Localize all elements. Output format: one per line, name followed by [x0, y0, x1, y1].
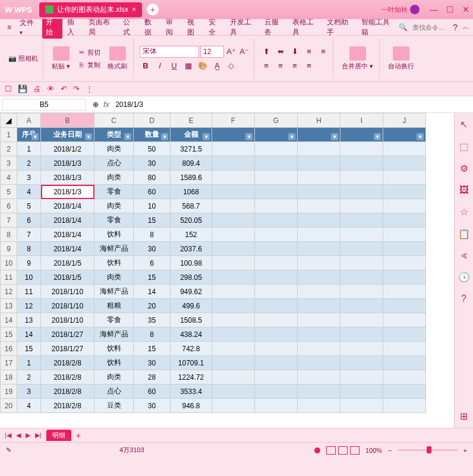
- cell-type[interactable]: 点心: [94, 384, 134, 399]
- sheet-nav-next-icon[interactable]: ▶: [26, 431, 30, 439]
- zoom-in-icon[interactable]: +: [463, 447, 467, 454]
- cell-type[interactable]: 肉类: [94, 270, 134, 285]
- cell-date[interactable]: 2018/1/3: [41, 171, 94, 185]
- menu-table-tools[interactable]: 表格工具: [289, 16, 322, 39]
- cell[interactable]: [212, 384, 255, 399]
- cell-qty[interactable]: 30: [134, 356, 171, 370]
- cell[interactable]: [255, 228, 298, 242]
- row-head[interactable]: 2: [1, 142, 17, 156]
- cell-date[interactable]: 2018/1/3: [41, 156, 94, 171]
- menu-dev[interactable]: 开发工具: [226, 16, 260, 39]
- cell-qty[interactable]: 60: [134, 384, 171, 399]
- cell-amount[interactable]: 520.05: [171, 213, 212, 228]
- cell-amount[interactable]: 946.8: [171, 399, 212, 413]
- cell[interactable]: [340, 370, 383, 384]
- cell-qty[interactable]: 30: [134, 156, 171, 171]
- cell-qty[interactable]: 80: [134, 171, 171, 185]
- cell-qty[interactable]: 35: [134, 313, 171, 327]
- cell-date[interactable]: 2018/1/10: [41, 313, 94, 327]
- cell-qty[interactable]: 14: [134, 285, 171, 299]
- row-head[interactable]: 18: [1, 370, 17, 384]
- auto-wrap-button[interactable]: 自动换行: [386, 44, 417, 73]
- cell-type[interactable]: 饮料: [94, 342, 134, 356]
- status-mode-icon[interactable]: ✎: [6, 446, 11, 454]
- row-head[interactable]: 17: [1, 356, 17, 370]
- search-input[interactable]: [412, 24, 448, 31]
- cell-date[interactable]: 2018/1/27: [41, 342, 94, 356]
- fill-color-icon[interactable]: 🎨: [197, 60, 209, 72]
- cell-amount[interactable]: 3533.4: [171, 384, 212, 399]
- cell-date[interactable]: 2018/1/2: [41, 142, 94, 156]
- cell[interactable]: [212, 299, 255, 313]
- format-painter-button[interactable]: 格式刷: [105, 44, 130, 73]
- row-head[interactable]: 6: [1, 199, 17, 213]
- cell[interactable]: [212, 199, 255, 213]
- cell-date[interactable]: 2018/1/4: [41, 242, 94, 256]
- select-all-corner[interactable]: ◢: [1, 114, 17, 128]
- row-head[interactable]: 8: [1, 228, 17, 242]
- cell[interactable]: [383, 228, 426, 242]
- cell[interactable]: [298, 270, 340, 285]
- cell[interactable]: [212, 313, 255, 327]
- cell[interactable]: [383, 399, 426, 413]
- cell[interactable]: [298, 142, 340, 156]
- cell[interactable]: [255, 299, 298, 313]
- fx-icon[interactable]: fx: [103, 100, 109, 109]
- cell[interactable]: [383, 327, 426, 342]
- menu-cloud[interactable]: 云服务: [261, 16, 288, 39]
- cell-type[interactable]: 点心: [94, 156, 134, 171]
- align-top-icon[interactable]: ⬆: [260, 46, 272, 58]
- cell[interactable]: [383, 185, 426, 199]
- cell[interactable]: [383, 213, 426, 228]
- row-head[interactable]: 3: [1, 156, 17, 171]
- cell[interactable]: [255, 370, 298, 384]
- copy-button[interactable]: ⎘复制: [76, 59, 102, 71]
- row-head[interactable]: 5: [1, 185, 17, 199]
- cell-type[interactable]: 零食: [94, 313, 134, 327]
- qa-print-icon[interactable]: 🖨: [33, 84, 41, 93]
- view-page-icon[interactable]: [338, 446, 348, 455]
- cell[interactable]: [383, 313, 426, 327]
- cell[interactable]: [298, 384, 340, 399]
- merge-center-button[interactable]: 合并居中 ▾: [339, 44, 376, 73]
- cell-seq[interactable]: 9: [17, 256, 41, 270]
- cell[interactable]: [298, 370, 340, 384]
- cell-qty[interactable]: 15: [134, 213, 171, 228]
- qa-redo-icon[interactable]: ↷: [73, 84, 80, 93]
- cell[interactable]: [255, 356, 298, 370]
- cell-date[interactable]: 2018/1/4: [41, 213, 94, 228]
- paste-button[interactable]: 粘贴 ▾: [49, 44, 72, 73]
- cell-type[interactable]: 豆类: [94, 399, 134, 413]
- row-head[interactable]: 1: [1, 128, 17, 142]
- cell[interactable]: [298, 228, 340, 242]
- cell[interactable]: [340, 199, 383, 213]
- row-head[interactable]: 15: [1, 327, 17, 342]
- sheet-nav-first-icon[interactable]: |◀: [5, 431, 11, 439]
- border-button[interactable]: ▦: [182, 60, 194, 72]
- close-icon[interactable]: ✕: [462, 5, 469, 14]
- cell[interactable]: [340, 228, 383, 242]
- search-icon[interactable]: 🔍: [399, 23, 408, 31]
- cell-amount[interactable]: 3271.5: [171, 142, 212, 156]
- cell-qty[interactable]: 30: [134, 399, 171, 413]
- cell[interactable]: [298, 399, 340, 413]
- align-justify-icon[interactable]: ≡: [303, 60, 315, 72]
- cell-qty[interactable]: 50: [134, 142, 171, 156]
- col-E[interactable]: E: [171, 114, 212, 128]
- cell-amount[interactable]: 2037.6: [171, 242, 212, 256]
- cell[interactable]: [383, 299, 426, 313]
- cell-amount[interactable]: 1508.5: [171, 313, 212, 327]
- row-head[interactable]: 11: [1, 270, 17, 285]
- cell[interactable]: [340, 156, 383, 171]
- camera-button[interactable]: 📷 照相机: [7, 53, 39, 64]
- cell[interactable]: [255, 213, 298, 228]
- cell-qty[interactable]: 28: [134, 370, 171, 384]
- cell-date[interactable]: 2018/1/4: [41, 228, 94, 242]
- cell-seq[interactable]: 6: [17, 213, 41, 228]
- row-head[interactable]: 12: [1, 285, 17, 299]
- sheet-nav-last-icon[interactable]: ▶|: [35, 431, 42, 439]
- cell[interactable]: [298, 256, 340, 270]
- cell[interactable]: [212, 156, 255, 171]
- cell[interactable]: [212, 356, 255, 370]
- cell[interactable]: [340, 185, 383, 199]
